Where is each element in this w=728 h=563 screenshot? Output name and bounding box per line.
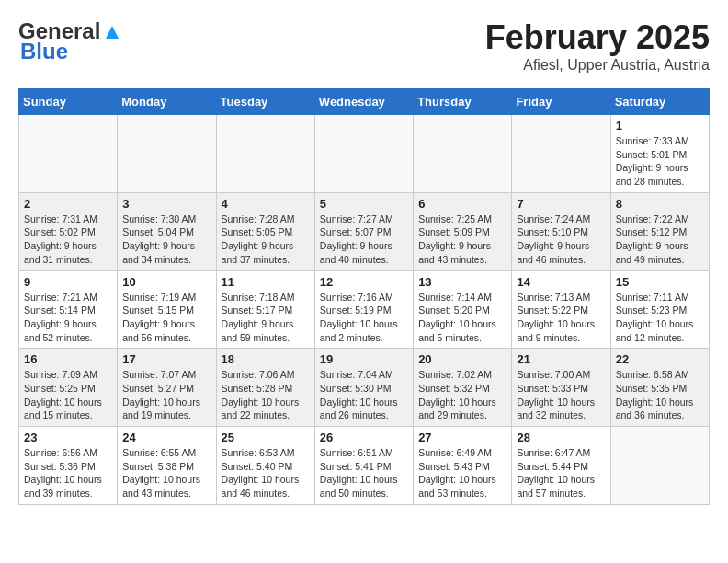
day-info: Sunrise: 7:27 AM Sunset: 5:07 PM Dayligh… <box>320 213 408 267</box>
calendar-table: SundayMondayTuesdayWednesdayThursdayFrid… <box>18 88 710 505</box>
day-number: 5 <box>320 197 408 211</box>
day-info: Sunrise: 7:02 AM Sunset: 5:32 PM Dayligh… <box>418 368 506 422</box>
calendar-week-row: 16Sunrise: 7:09 AM Sunset: 5:25 PM Dayli… <box>19 349 710 427</box>
calendar-cell: 9Sunrise: 7:21 AM Sunset: 5:14 PM Daylig… <box>19 270 118 349</box>
weekday-header: Monday <box>118 89 216 115</box>
calendar-cell: 6Sunrise: 7:25 AM Sunset: 5:09 PM Daylig… <box>414 192 512 270</box>
calendar-cell: 3Sunrise: 7:30 AM Sunset: 5:04 PM Daylig… <box>118 192 216 270</box>
logo-blue: Blue <box>20 39 68 64</box>
day-number: 25 <box>222 431 310 444</box>
calendar-cell: 2Sunrise: 7:31 AM Sunset: 5:02 PM Daylig… <box>19 192 118 270</box>
calendar-cell: 17Sunrise: 7:07 AM Sunset: 5:27 PM Dayli… <box>118 349 216 427</box>
day-info: Sunrise: 7:13 AM Sunset: 5:22 PM Dayligh… <box>517 291 605 345</box>
calendar-cell: 22Sunrise: 6:58 AM Sunset: 5:35 PM Dayli… <box>610 349 709 427</box>
weekday-header: Thursday <box>414 89 512 115</box>
day-number: 22 <box>616 352 704 366</box>
calendar-cell: 4Sunrise: 7:28 AM Sunset: 5:05 PM Daylig… <box>216 192 314 270</box>
day-info: Sunrise: 7:28 AM Sunset: 5:05 PM Dayligh… <box>222 213 310 267</box>
day-number: 18 <box>222 352 310 366</box>
calendar-cell: 1Sunrise: 7:33 AM Sunset: 5:01 PM Daylig… <box>610 115 709 193</box>
calendar-cell: 25Sunrise: 6:53 AM Sunset: 5:40 PM Dayli… <box>216 427 314 505</box>
calendar-cell: 16Sunrise: 7:09 AM Sunset: 5:25 PM Dayli… <box>19 349 118 427</box>
title-area: February 2025 Afiesl, Upper Austria, Aus… <box>485 18 710 74</box>
day-info: Sunrise: 7:00 AM Sunset: 5:33 PM Dayligh… <box>517 368 605 422</box>
day-info: Sunrise: 7:21 AM Sunset: 5:14 PM Dayligh… <box>24 291 112 345</box>
day-number: 21 <box>517 352 605 366</box>
calendar-cell: 10Sunrise: 7:19 AM Sunset: 5:15 PM Dayli… <box>118 270 216 349</box>
calendar-cell: 11Sunrise: 7:18 AM Sunset: 5:17 PM Dayli… <box>216 270 314 349</box>
day-info: Sunrise: 7:31 AM Sunset: 5:02 PM Dayligh… <box>24 213 112 267</box>
calendar-cell: 15Sunrise: 7:11 AM Sunset: 5:23 PM Dayli… <box>610 270 709 349</box>
calendar-cell: 27Sunrise: 6:49 AM Sunset: 5:43 PM Dayli… <box>414 427 512 505</box>
day-info: Sunrise: 6:56 AM Sunset: 5:36 PM Dayligh… <box>24 446 112 500</box>
day-number: 10 <box>122 275 210 289</box>
calendar-title: February 2025 <box>485 18 710 57</box>
day-info: Sunrise: 7:14 AM Sunset: 5:20 PM Dayligh… <box>418 291 506 345</box>
day-info: Sunrise: 7:30 AM Sunset: 5:04 PM Dayligh… <box>122 213 210 267</box>
day-info: Sunrise: 7:11 AM Sunset: 5:23 PM Dayligh… <box>616 291 704 345</box>
day-number: 23 <box>24 431 112 444</box>
calendar-cell: 8Sunrise: 7:22 AM Sunset: 5:12 PM Daylig… <box>610 192 709 270</box>
svg-marker-0 <box>106 26 119 39</box>
calendar-cell: 23Sunrise: 6:56 AM Sunset: 5:36 PM Dayli… <box>19 427 118 505</box>
day-info: Sunrise: 7:07 AM Sunset: 5:27 PM Dayligh… <box>122 368 210 422</box>
day-number: 12 <box>320 275 408 289</box>
day-info: Sunrise: 7:19 AM Sunset: 5:15 PM Dayligh… <box>122 291 210 345</box>
calendar-cell: 13Sunrise: 7:14 AM Sunset: 5:20 PM Dayli… <box>414 270 512 349</box>
calendar-cell: 12Sunrise: 7:16 AM Sunset: 5:19 PM Dayli… <box>314 270 413 349</box>
day-number: 14 <box>517 275 605 289</box>
calendar-subtitle: Afiesl, Upper Austria, Austria <box>485 57 710 74</box>
day-number: 24 <box>122 431 210 444</box>
day-number: 28 <box>517 431 605 444</box>
calendar-week-row: 9Sunrise: 7:21 AM Sunset: 5:14 PM Daylig… <box>19 270 710 349</box>
day-info: Sunrise: 7:06 AM Sunset: 5:28 PM Dayligh… <box>222 368 310 422</box>
day-number: 11 <box>222 275 310 289</box>
calendar-week-row: 2Sunrise: 7:31 AM Sunset: 5:02 PM Daylig… <box>19 192 710 270</box>
calendar-cell <box>19 115 118 193</box>
calendar-cell: 24Sunrise: 6:55 AM Sunset: 5:38 PM Dayli… <box>118 427 216 505</box>
page-header: General Blue February 2025 Afiesl, Upper… <box>18 18 710 74</box>
day-info: Sunrise: 7:16 AM Sunset: 5:19 PM Dayligh… <box>320 291 408 345</box>
calendar-cell: 26Sunrise: 6:51 AM Sunset: 5:41 PM Dayli… <box>314 427 413 505</box>
weekday-header: Saturday <box>610 89 709 115</box>
day-number: 1 <box>616 119 704 132</box>
day-number: 26 <box>320 431 408 444</box>
day-number: 6 <box>418 197 506 211</box>
calendar-cell: 28Sunrise: 6:47 AM Sunset: 5:44 PM Dayli… <box>512 427 610 505</box>
calendar-cell: 14Sunrise: 7:13 AM Sunset: 5:22 PM Dayli… <box>512 270 610 349</box>
weekday-header: Sunday <box>19 89 118 115</box>
calendar-cell: 19Sunrise: 7:04 AM Sunset: 5:30 PM Dayli… <box>314 349 413 427</box>
day-info: Sunrise: 7:04 AM Sunset: 5:30 PM Dayligh… <box>320 368 408 422</box>
day-number: 16 <box>24 352 112 366</box>
calendar-cell <box>610 427 709 505</box>
day-number: 13 <box>418 275 506 289</box>
day-number: 9 <box>24 275 112 289</box>
day-info: Sunrise: 7:33 AM Sunset: 5:01 PM Dayligh… <box>616 134 704 189</box>
day-number: 20 <box>418 352 506 366</box>
calendar-cell: 7Sunrise: 7:24 AM Sunset: 5:10 PM Daylig… <box>512 192 610 270</box>
day-number: 3 <box>122 197 210 211</box>
calendar-cell: 5Sunrise: 7:27 AM Sunset: 5:07 PM Daylig… <box>314 192 413 270</box>
weekday-header: Wednesday <box>314 89 413 115</box>
calendar-cell: 20Sunrise: 7:02 AM Sunset: 5:32 PM Dayli… <box>414 349 512 427</box>
calendar-week-row: 23Sunrise: 6:56 AM Sunset: 5:36 PM Dayli… <box>19 427 710 505</box>
day-info: Sunrise: 7:22 AM Sunset: 5:12 PM Dayligh… <box>616 213 704 267</box>
day-number: 17 <box>122 352 210 366</box>
day-info: Sunrise: 6:51 AM Sunset: 5:41 PM Dayligh… <box>320 446 408 500</box>
weekday-header: Friday <box>512 89 610 115</box>
day-info: Sunrise: 6:49 AM Sunset: 5:43 PM Dayligh… <box>418 446 506 500</box>
day-number: 2 <box>24 197 112 211</box>
day-info: Sunrise: 7:24 AM Sunset: 5:10 PM Dayligh… <box>517 213 605 267</box>
day-info: Sunrise: 7:18 AM Sunset: 5:17 PM Dayligh… <box>222 291 310 345</box>
weekday-header-row: SundayMondayTuesdayWednesdayThursdayFrid… <box>19 89 710 115</box>
day-info: Sunrise: 7:09 AM Sunset: 5:25 PM Dayligh… <box>24 368 112 422</box>
calendar-cell <box>314 115 413 193</box>
day-number: 4 <box>222 197 310 211</box>
day-info: Sunrise: 6:47 AM Sunset: 5:44 PM Dayligh… <box>517 446 605 500</box>
day-info: Sunrise: 6:55 AM Sunset: 5:38 PM Dayligh… <box>122 446 210 500</box>
day-info: Sunrise: 6:53 AM Sunset: 5:40 PM Dayligh… <box>222 446 310 500</box>
calendar-cell <box>414 115 512 193</box>
calendar-cell <box>118 115 216 193</box>
day-number: 7 <box>517 197 605 211</box>
calendar-cell <box>216 115 314 193</box>
